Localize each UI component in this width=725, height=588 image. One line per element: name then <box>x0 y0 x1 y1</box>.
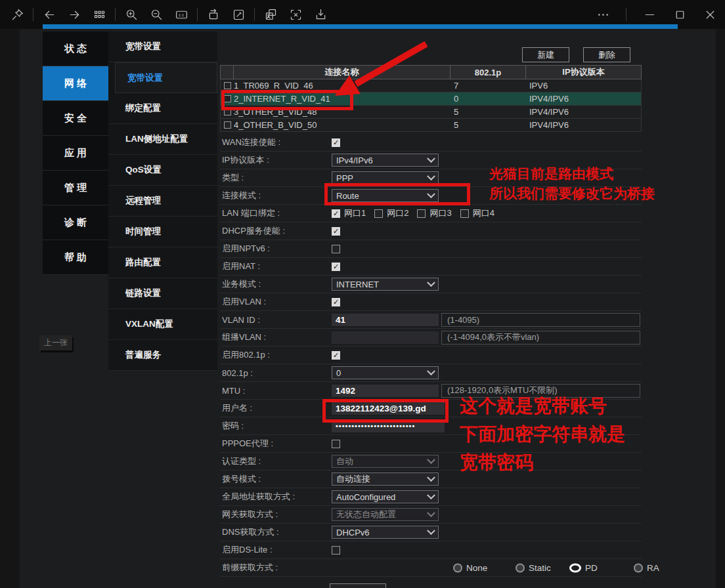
gallery-icon[interactable] <box>91 7 107 22</box>
dropdown[interactable]: AutoConfigured <box>332 490 439 503</box>
delete-button[interactable]: 删除 <box>583 47 630 62</box>
form-row: 网关获取方式 :无状态自动配置 <box>220 506 642 524</box>
checkbox[interactable] <box>224 82 231 89</box>
text-input[interactable] <box>332 331 439 344</box>
sidebar-item-网络[interactable]: 网 络 <box>43 66 108 101</box>
checkbox[interactable] <box>224 121 231 129</box>
checkbox[interactable]: ✓ <box>332 262 340 271</box>
checkbox[interactable] <box>374 209 383 218</box>
zoom-out-icon[interactable] <box>148 7 164 22</box>
form-row: PPPOE代理 : <box>220 435 642 453</box>
table-row[interactable]: 4_OTHER_B_VID_505IPV4/IPV6 <box>220 119 642 132</box>
form-row: 802.1p :0 <box>220 364 642 382</box>
text-input[interactable]: 1492 <box>332 385 439 397</box>
checkbox[interactable] <box>332 440 340 448</box>
checkbox[interactable] <box>224 108 231 116</box>
form-label: 启用VLAN : <box>220 296 332 308</box>
new-button[interactable]: 新建 <box>522 47 569 62</box>
close-icon[interactable] <box>695 0 725 29</box>
radio-icon[interactable] <box>634 563 643 572</box>
dropdown[interactable]: INTERNET <box>332 278 439 291</box>
submenu-item-绑定配置[interactable]: 绑定配置 <box>108 93 217 124</box>
radio-icon[interactable] <box>516 563 525 572</box>
text-input[interactable]: 41 <box>332 314 439 326</box>
checkbox[interactable]: ✓ <box>332 209 340 218</box>
sidebar-item-应用[interactable]: 应 用 <box>43 136 108 171</box>
checkbox[interactable] <box>460 209 469 218</box>
dropdown[interactable]: Route <box>332 189 439 202</box>
zoom-in-icon[interactable] <box>123 7 139 22</box>
submenu-item-宽带设置[interactable]: 宽带设置 <box>115 62 217 93</box>
rotate-icon[interactable] <box>206 7 221 22</box>
checkbox[interactable] <box>332 245 340 253</box>
radio-option-PD[interactable]: PD <box>569 563 598 573</box>
pin-icon[interactable] <box>9 7 25 22</box>
checkbox[interactable]: ✓ <box>332 298 340 306</box>
submenu-item-链路设置[interactable]: 链路设置 <box>108 278 217 309</box>
form-row: 连接模式 :Route <box>220 187 642 205</box>
checkbox[interactable] <box>332 546 340 555</box>
form-row: 启用DS-Lite : <box>220 541 642 559</box>
form-control: PPP <box>332 169 642 186</box>
submenu-item-时间管理[interactable]: 时间管理 <box>108 217 217 247</box>
back-icon[interactable] <box>41 7 57 22</box>
submenu-item-普遍服务[interactable]: 普遍服务 <box>108 340 217 371</box>
ip-version-cell: IPV4/IPV6 <box>526 107 641 117</box>
sidebar-item-状态[interactable]: 状 态 <box>43 32 108 66</box>
dropdown[interactable]: DHCPv6 <box>332 526 439 539</box>
dropdown[interactable]: 自动连接 <box>332 472 439 486</box>
checkbox-option-label: 网口3 <box>429 207 451 219</box>
checkbox[interactable] <box>224 95 231 102</box>
dropdown-value: INTERNET <box>336 280 379 289</box>
table-row[interactable]: 3_OTHER_B_VID_485IPV4/IPV6 <box>220 106 642 119</box>
submenu-item-QoS设置[interactable]: QoS设置 <box>108 155 217 186</box>
table-header-802.1p: 802.1p <box>450 66 526 79</box>
sidebar-item-安全[interactable]: 安 全 <box>43 101 108 136</box>
password-input[interactable]: ••••••••••••••••••••••••• <box>332 420 445 432</box>
form-row: MTU :1492(128-1920,0表示MTU不限制) <box>220 382 642 400</box>
dropdown[interactable]: 0 <box>332 366 439 379</box>
forward-icon[interactable] <box>66 7 82 22</box>
copy-image-icon[interactable] <box>263 7 278 22</box>
submenu-item-远程管理[interactable]: 远程管理 <box>108 186 217 217</box>
dropdown[interactable]: IPv4/IPv6 <box>332 154 439 167</box>
edit-icon[interactable] <box>231 7 246 22</box>
port-checkbox-option: 网口3 <box>417 207 451 219</box>
checkbox[interactable] <box>417 209 426 218</box>
sidebar-item-帮助[interactable]: 帮 助 <box>43 240 108 275</box>
radio-option-RA[interactable]: RA <box>634 563 659 573</box>
ocr-icon[interactable] <box>288 7 303 22</box>
submenu-item-路由配置[interactable]: 路由配置 <box>108 247 217 278</box>
toolbar-separator <box>626 8 626 21</box>
table-row[interactable]: 1_TR069_R_VID_467IPV6 <box>220 79 642 93</box>
checkbox[interactable]: ✓ <box>332 351 340 360</box>
checkbox[interactable]: ✓ <box>332 138 340 147</box>
sidebar-item-诊断[interactable]: 诊 断 <box>43 205 108 240</box>
radio-option-None[interactable]: None <box>453 563 487 573</box>
form-label: 802.1p : <box>220 368 332 378</box>
text-input[interactable]: 13822112423@139.gd <box>332 402 445 415</box>
checkbox[interactable]: ✓ <box>332 227 340 236</box>
dropdown-value: IPv4/IPv6 <box>336 156 373 165</box>
chevron-down-icon <box>427 526 435 535</box>
table-row[interactable]: 2_INTERNET_R_VID_410IPV4/IPV6 <box>220 93 642 106</box>
form-label: 启用NAT : <box>220 261 332 272</box>
actual-size-icon[interactable]: 1:1 <box>173 7 189 22</box>
form-label: 用户名 : <box>220 402 332 414</box>
bottom-button-partial[interactable] <box>330 583 386 588</box>
submenu-item-LAN侧地址配置[interactable]: LAN侧地址配置 <box>108 124 217 155</box>
radio-icon[interactable] <box>569 563 581 572</box>
submenu-item-VXLAN配置[interactable]: VXLAN配置 <box>108 309 217 340</box>
form-row: DNS获取方式 :DHCPv6 <box>220 524 642 541</box>
table-row-checkbox-cell <box>221 82 234 89</box>
previous-image-tooltip[interactable]: 上一张 <box>39 335 72 350</box>
radio-icon[interactable] <box>453 563 462 572</box>
radio-option-Static[interactable]: Static <box>516 563 551 573</box>
form-control: ✓ <box>332 134 642 151</box>
form-row: 启用NAT :✓ <box>220 258 642 276</box>
form-row: IP协议版本 :IPv4/IPv6 <box>220 152 642 169</box>
save-icon[interactable] <box>313 7 328 22</box>
sidebar-item-管理[interactable]: 管 理 <box>43 171 108 205</box>
dropdown[interactable]: PPP <box>332 171 439 184</box>
form-control: ✓ <box>332 346 642 364</box>
